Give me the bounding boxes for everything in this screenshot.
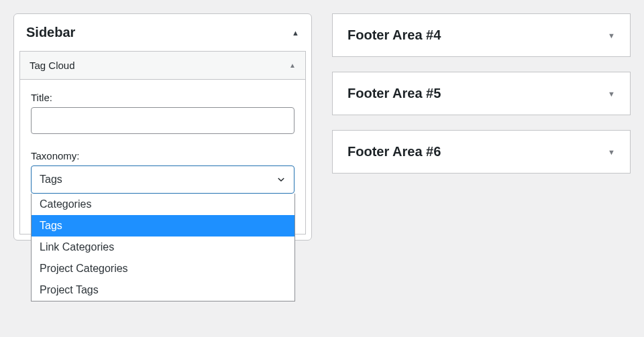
taxonomy-select[interactable]: Tags [31,165,294,194]
panel-title: Footer Area #4 [347,27,441,43]
sidebar-title: Sidebar [26,25,75,40]
sidebar-header[interactable]: Sidebar ▲ [14,14,311,51]
taxonomy-selected-value: Tags [40,174,62,186]
option-categories[interactable]: Categories [32,194,294,215]
footer-area-6[interactable]: Footer Area #6 ▼ [332,130,631,174]
option-project-tags[interactable]: Project Tags [32,279,294,301]
widget-tag-cloud: Tag Cloud ▲ Title: Taxonomy: Tags [19,51,306,234]
title-input[interactable] [31,107,294,134]
field-taxonomy: Taxonomy: Tags Categories Tags Link Cate… [31,150,294,194]
panel-title: Footer Area #5 [347,86,441,101]
taxonomy-label: Taxonomy: [31,150,294,161]
field-title: Title: [31,92,294,134]
sidebar-panel: Sidebar ▲ Tag Cloud ▲ Title: Taxonomy: [13,13,312,241]
option-project-categories[interactable]: Project Categories [32,258,294,279]
footer-area-4[interactable]: Footer Area #4 ▼ [332,13,631,57]
panel-title: Footer Area #6 [347,144,441,159]
option-tags[interactable]: Tags [32,215,294,237]
footer-area-5[interactable]: Footer Area #5 ▼ [332,72,631,115]
chevron-down-icon: ▼ [608,148,615,156]
widget-body: Title: Taxonomy: Tags Categories [19,80,306,234]
widget-title: Tag Cloud [30,60,75,71]
collapse-icon: ▲ [289,62,296,69]
widget-header[interactable]: Tag Cloud ▲ [19,51,306,80]
chevron-down-icon: ▼ [608,90,615,98]
collapse-icon: ▲ [292,29,299,37]
taxonomy-dropdown: Categories Tags Link Categories Project … [31,194,295,301]
chevron-down-icon [276,175,286,184]
title-label: Title: [31,92,294,103]
option-link-categories[interactable]: Link Categories [32,237,294,258]
chevron-down-icon: ▼ [608,31,615,40]
